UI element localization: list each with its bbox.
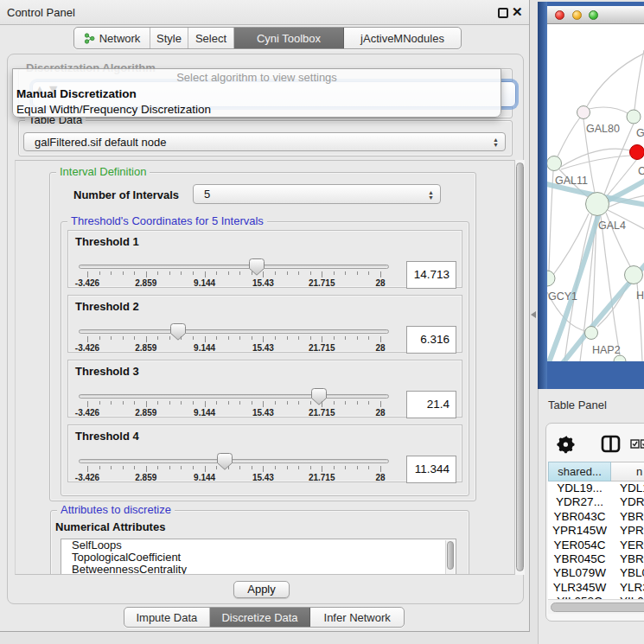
tab-style[interactable]: Style: [150, 28, 188, 48]
network-edge[interactable]: [634, 50, 644, 110]
number-of-intervals-value: 5: [204, 188, 210, 201]
network-node[interactable]: [630, 145, 644, 160]
table-row[interactable]: YBR045CYBR0: [548, 552, 644, 566]
table-data-combobox-value: galFiltered.sif default node: [35, 136, 166, 149]
network-edge[interactable]: [564, 214, 592, 361]
cell-shared-name: YER054C: [548, 539, 611, 552]
apply-button[interactable]: Apply: [233, 581, 290, 598]
attributes-list-scrollbar[interactable]: [445, 540, 455, 575]
slider-track[interactable]: [79, 394, 389, 399]
numerical-attributes-label: Numerical Attributes: [55, 520, 165, 533]
slider-ticks: [79, 271, 389, 278]
float-icon[interactable]: [498, 8, 508, 18]
minimize-light-yellow[interactable]: [572, 10, 582, 20]
attribute-list-item[interactable]: SelfLoops: [61, 539, 456, 552]
network-edge[interactable]: [589, 107, 629, 114]
network-canvas[interactable]: GAL80GACGAL11GAL4GCY1HHAP2: [547, 24, 644, 361]
network-node[interactable]: [586, 193, 609, 216]
threshold-value-field[interactable]: 11.344: [406, 456, 456, 483]
table-header-shared-name[interactable]: shared...: [548, 462, 611, 481]
algorithm-dropdown-popup: Select algorithm to view settings Manual…: [12, 68, 501, 118]
cell-name: YBR0: [611, 510, 644, 524]
popup-item-manual-discretization[interactable]: Manual Discretization: [13, 86, 501, 102]
table-row[interactable]: YDR27...YDR2: [548, 495, 644, 509]
network-edge[interactable]: [561, 156, 630, 169]
network-edge[interactable]: [561, 149, 630, 167]
bottom-tab-bar: Impute DataDiscretize DataInfer Network: [124, 607, 405, 628]
table-row[interactable]: YDL19...YDL1: [548, 481, 644, 495]
network-edge[interactable]: [558, 118, 580, 156]
slider-scale-labels: -3.4262.8599.14415.4321.71528: [79, 408, 389, 418]
attribute-list-item[interactable]: BetweennessCentrality: [61, 564, 456, 575]
table-row[interactable]: YBR043CYBR0: [548, 510, 644, 524]
popup-items: Manual DiscretizationEqual Width/Frequen…: [13, 86, 501, 118]
network-node[interactable]: [547, 156, 562, 171]
table-body: YDL19...YDL1YDR27...YDR2YBR043CYBR0YPR14…: [548, 481, 644, 601]
threshold-value-field[interactable]: 6.316: [406, 326, 456, 354]
threshold-value-field[interactable]: 14.713: [406, 261, 456, 289]
table-header-row: shared... n: [548, 462, 644, 481]
table-header-name[interactable]: n: [611, 462, 644, 481]
network-node[interactable]: [547, 271, 555, 286]
tab-impute-data[interactable]: Impute Data: [124, 608, 210, 627]
network-node[interactable]: [614, 355, 626, 361]
table-row[interactable]: YBL079WYBL0: [548, 566, 644, 580]
panel-vertical-scrollbar[interactable]: [514, 160, 525, 575]
cell-shared-name: YDL19...: [548, 481, 611, 495]
table-row[interactable]: YER054CYER0: [548, 539, 644, 552]
popup-prompt-item[interactable]: Select algorithm to view settings: [13, 69, 501, 86]
network-node[interactable]: [585, 327, 598, 340]
tab-label: Discretize Data: [221, 611, 297, 624]
tab-jactivemnodules[interactable]: jActiveMNodules: [344, 28, 461, 48]
gear-icon[interactable]: [557, 436, 574, 453]
cell-name: YLR3: [611, 581, 644, 595]
network-node[interactable]: [577, 106, 590, 119]
columns-icon[interactable]: [603, 437, 619, 451]
close-light-red[interactable]: [555, 10, 564, 20]
slider-ticks: [79, 401, 389, 408]
threshold-value-field[interactable]: 21.4: [406, 391, 456, 418]
checkbox-checked-icon[interactable]: [631, 440, 639, 448]
table-row[interactable]: YLR345WYLR3: [548, 581, 644, 595]
slider-scale-labels: -3.4262.8599.14415.4321.71528: [79, 278, 389, 288]
slider-track[interactable]: [79, 265, 389, 269]
network-node-label: GAL11: [555, 175, 588, 187]
tab-discretize-data[interactable]: Discretize Data: [210, 608, 311, 627]
popup-item-equal-width-frequency-discretization[interactable]: Equal Width/Frequency Discretization: [13, 102, 501, 118]
cell-name: YDL1: [611, 481, 644, 495]
checkbox-checked-icon[interactable]: [641, 440, 644, 448]
tab-infer-network[interactable]: Infer Network: [310, 608, 404, 627]
network-node-label: GAL80: [586, 123, 620, 135]
tab-network[interactable]: Network: [74, 28, 150, 48]
slider-track[interactable]: [79, 459, 389, 463]
table-horizontal-scrollbar[interactable]: [548, 599, 644, 614]
network-icon: [84, 33, 95, 44]
table-row[interactable]: YPR145WYPR1: [548, 524, 644, 538]
spinner-arrows-icon: ▲▼: [428, 189, 434, 199]
cell-shared-name: YBR043C: [548, 510, 611, 524]
panel-collapse-arrow-icon[interactable]: [531, 311, 536, 318]
number-of-intervals-label: Number of Intervals: [73, 188, 179, 201]
slider-ticks: [79, 336, 389, 343]
close-icon[interactable]: ✕: [512, 4, 523, 20]
network-edge[interactable]: [601, 216, 620, 355]
network-window-titlebar[interactable]: [547, 6, 644, 24]
numerical-attributes-list[interactable]: SelfLoopsTopologicalCoefficientBetweenne…: [61, 539, 456, 575]
slider-ticks: [79, 466, 389, 473]
attribute-list-item[interactable]: TopologicalCoefficient: [61, 552, 456, 564]
threshold-row-4: Threshold 4-3.4262.8599.14415.4321.71528…: [67, 424, 462, 482]
zoom-light-green[interactable]: [589, 10, 598, 20]
control-panel-window: Control Panel ✕ NetworkStyleSelectCyni T…: [0, 0, 530, 632]
table-data-combobox[interactable]: galFiltered.sif default node ▲▼: [23, 132, 506, 151]
threshold-row-3: Threshold 3-3.4262.8599.14415.4321.71528…: [67, 360, 462, 418]
tab-select[interactable]: Select: [188, 28, 234, 48]
number-of-intervals-spinner[interactable]: 5 ▲▼: [193, 184, 441, 204]
tab-cyni-toolbox[interactable]: Cyni Toolbox: [234, 28, 344, 48]
cell-name: YER0: [611, 539, 644, 552]
threshold-label: Threshold 1: [75, 235, 139, 248]
network-node[interactable]: [625, 266, 643, 284]
network-node[interactable]: [627, 110, 641, 124]
control-panel-titlebar: Control Panel ✕: [0, 0, 529, 25]
slider-track[interactable]: [79, 329, 389, 334]
table-panel-title: Table Panel: [548, 399, 607, 411]
